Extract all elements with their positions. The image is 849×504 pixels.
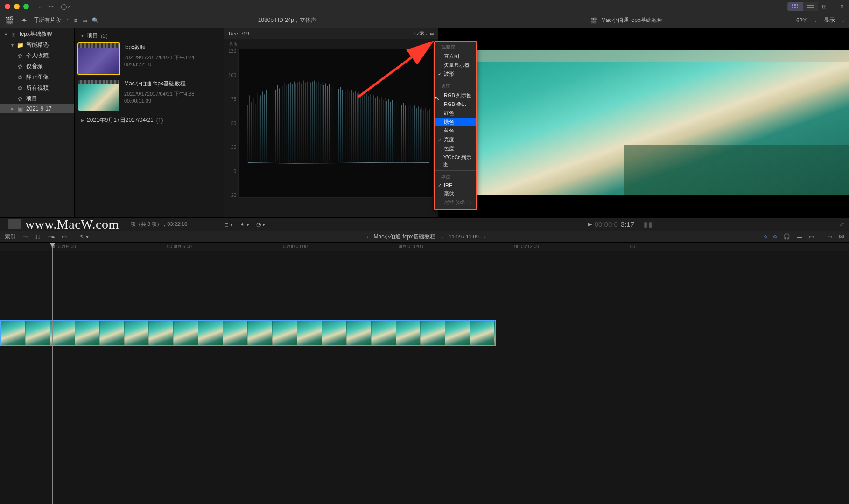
insert-clip-icon[interactable]: ▯▯ bbox=[34, 233, 41, 240]
clips-filter-label[interactable]: 所有片段 bbox=[39, 16, 61, 24]
sidebar-item-favorites[interactable]: ✿个人收藏 bbox=[0, 50, 74, 61]
timeline-layout-icon[interactable] bbox=[803, 2, 818, 11]
menu-item-blue[interactable]: 蓝色 bbox=[435, 126, 476, 135]
connect-clip-icon[interactable]: ▭ bbox=[22, 233, 28, 240]
search-icon[interactable]: 🔍 bbox=[92, 17, 99, 24]
menu-item-ire[interactable]: ✓IRE bbox=[435, 182, 476, 189]
menu-item-rgb-overlay[interactable]: RGB 叠层 bbox=[435, 100, 476, 109]
fullscreen-icon[interactable]: ⤢ bbox=[840, 221, 844, 228]
event-name: 2021-9-17 bbox=[26, 105, 52, 112]
disclosure-icon[interactable]: ▼ bbox=[10, 43, 14, 48]
gear-icon: ✿ bbox=[17, 53, 23, 59]
timeline-ruler[interactable]: 00:00:04:00 00:00:06:00 00:00:08:00 00:0… bbox=[0, 243, 849, 251]
clip-title: fcpx教程 bbox=[124, 43, 220, 51]
snapping-icon[interactable]: ▬ bbox=[797, 233, 802, 240]
library-icon: ⊞ bbox=[10, 31, 17, 38]
media-icon[interactable]: 🎬 bbox=[5, 16, 14, 25]
crop-tool-icon[interactable]: ◻ ▾ bbox=[224, 221, 233, 228]
clip-appearance-icon[interactable]: ▭ bbox=[809, 233, 814, 240]
playhead[interactable] bbox=[52, 243, 53, 504]
svg-rect-3 bbox=[792, 7, 793, 8]
project-title: Mac小伯通 fcpx基础教程 bbox=[601, 16, 663, 24]
maximize-window-button[interactable] bbox=[23, 4, 29, 9]
audio-skimming-icon[interactable]: ⎋ bbox=[773, 233, 777, 240]
import-icon[interactable]: ↓ bbox=[38, 3, 41, 10]
solo-icon[interactable]: 🎧 bbox=[783, 233, 790, 240]
menu-item-histogram[interactable]: 直方图 bbox=[435, 52, 476, 61]
timeline-counter: 11:09 / 11:09 bbox=[449, 234, 479, 239]
zoom-label[interactable]: 62% bbox=[796, 17, 807, 24]
sidebar-item-stills[interactable]: ✿静止图像 bbox=[0, 72, 74, 83]
clip-thumbnail[interactable] bbox=[78, 80, 119, 111]
svg-rect-0 bbox=[792, 4, 793, 6]
chevron-down-icon[interactable]: ⌃ bbox=[66, 18, 70, 23]
svg-rect-7 bbox=[807, 7, 814, 8]
chevron-down-icon[interactable]: ⌵ bbox=[842, 18, 844, 23]
enhance-tool-icon[interactable]: ✦ ▾ bbox=[240, 221, 249, 228]
projects-label: 项目 bbox=[87, 32, 98, 40]
viewer-display-label[interactable]: 显示 bbox=[824, 16, 835, 24]
sidebar-item-projects[interactable]: ✿项目 bbox=[0, 93, 74, 104]
history-back-icon[interactable]: ‹ bbox=[367, 234, 368, 239]
chevron-down-icon[interactable]: ⌵ bbox=[441, 234, 443, 239]
library-row[interactable]: ▼ ⊞ fcpx基础教程 bbox=[0, 29, 74, 40]
sidebar-event[interactable]: ▶ ▣ 2021-9-17 bbox=[0, 104, 74, 113]
timecode-display[interactable]: ▶ 00:00:03:17 ▮▮ bbox=[588, 220, 653, 229]
disclosure-icon[interactable]: ▼ bbox=[4, 32, 7, 37]
play-icon[interactable]: ▶ bbox=[588, 221, 592, 227]
menu-item-ycbcr[interactable]: Y'CbCr 列示图 bbox=[435, 153, 476, 169]
minimize-window-button[interactable] bbox=[14, 4, 20, 9]
menu-item-chroma[interactable]: 色度 bbox=[435, 144, 476, 153]
menu-item-luma[interactable]: ✓亮度 bbox=[435, 135, 476, 144]
sidebar-item-all-video[interactable]: ✿所有视频 bbox=[0, 83, 74, 93]
smart-collections-row[interactable]: ▼ 📁 智能精选 bbox=[0, 40, 74, 50]
render-icon[interactable]: ◯✓ bbox=[61, 3, 71, 10]
menu-item-rgb-parade[interactable]: RGB 列示图 bbox=[435, 91, 476, 100]
timeline[interactable]: 4f5d079a3bd8e1a6f6b8733bec7eee74 bbox=[0, 251, 849, 504]
menu-item-red[interactable]: 红色 bbox=[435, 109, 476, 118]
clip-thumbnail[interactable] bbox=[78, 43, 119, 74]
menu-item-millivolts[interactable]: 毫伏 bbox=[435, 189, 476, 198]
select-tool-icon[interactable]: ↖ ▾ bbox=[80, 233, 89, 240]
close-window-button[interactable] bbox=[5, 4, 10, 9]
transitions-browser-icon[interactable]: ⋈ bbox=[839, 233, 844, 240]
svg-rect-1 bbox=[794, 4, 796, 6]
library-name: fcpx基础教程 bbox=[20, 30, 52, 38]
effects-icon[interactable]: ✦ bbox=[21, 16, 27, 25]
overwrite-clip-icon[interactable]: ▭ bbox=[62, 233, 67, 240]
index-button[interactable]: 索引 bbox=[5, 233, 16, 241]
clip-item[interactable]: Mac小伯通 fcpx基础教程 2021/9/172017/04/21 下午4:… bbox=[78, 80, 220, 111]
titles-icon[interactable]: T bbox=[34, 16, 39, 25]
filmstrip-icon[interactable]: ≡ bbox=[74, 17, 77, 24]
watermark-logo bbox=[8, 219, 21, 229]
viewer-preview[interactable] bbox=[439, 28, 849, 217]
list-view-icon[interactable]: ▭ bbox=[82, 17, 87, 24]
chevron-down-icon[interactable]: ⌵ bbox=[814, 18, 817, 23]
date-group-row[interactable]: ▶ 2021年9月17日2017/04/21 (1) bbox=[78, 116, 220, 124]
disclosure-icon[interactable]: ▼ bbox=[80, 34, 84, 38]
skimming-icon[interactable]: ⎋ bbox=[764, 233, 767, 240]
disclosure-icon[interactable]: ▶ bbox=[10, 106, 14, 111]
effects-browser-icon[interactable]: ▭ bbox=[827, 233, 832, 240]
menu-item-vectorscope[interactable]: 矢量显示器 bbox=[435, 61, 476, 70]
history-forward-icon[interactable]: › bbox=[484, 234, 486, 239]
traffic-lights bbox=[5, 4, 29, 9]
append-clip-icon[interactable]: ▭▸ bbox=[47, 233, 55, 240]
keyword-icon[interactable]: ⊶ bbox=[48, 3, 54, 10]
clip-item[interactable]: fcpx教程 2021/9/172017/04/21 下午3:24 00:03:… bbox=[78, 43, 220, 74]
clip-filmstrip bbox=[1, 321, 495, 345]
projects-header[interactable]: ▼ 项目 (2) bbox=[78, 32, 220, 40]
disclosure-icon[interactable]: ▶ bbox=[80, 118, 84, 123]
menu-item-green[interactable]: 绿色 bbox=[435, 118, 476, 126]
menu-item-waveform[interactable]: ✓波形 bbox=[435, 70, 476, 78]
inspector-toggle-icon[interactable]: ⊞ bbox=[822, 3, 827, 10]
sidebar-item-audio-only[interactable]: ✿仅音频 bbox=[0, 61, 74, 72]
share-icon[interactable]: ⇪ bbox=[840, 3, 844, 10]
layout-segmented-control[interactable] bbox=[787, 2, 818, 11]
timeline-clip[interactable]: 4f5d079a3bd8e1a6f6b8733bec7eee74 bbox=[0, 320, 496, 346]
retime-tool-icon[interactable]: ◔ ▾ bbox=[256, 221, 265, 228]
timeline-project-name[interactable]: Mac小伯通 fcpx基础教程 bbox=[374, 233, 435, 241]
clip-title: Mac小伯通 fcpx基础教程 bbox=[124, 80, 220, 88]
scope-display-button[interactable]: 显示 ⌵ ▭ bbox=[414, 30, 434, 37]
browser-layout-icon[interactable] bbox=[788, 2, 803, 11]
